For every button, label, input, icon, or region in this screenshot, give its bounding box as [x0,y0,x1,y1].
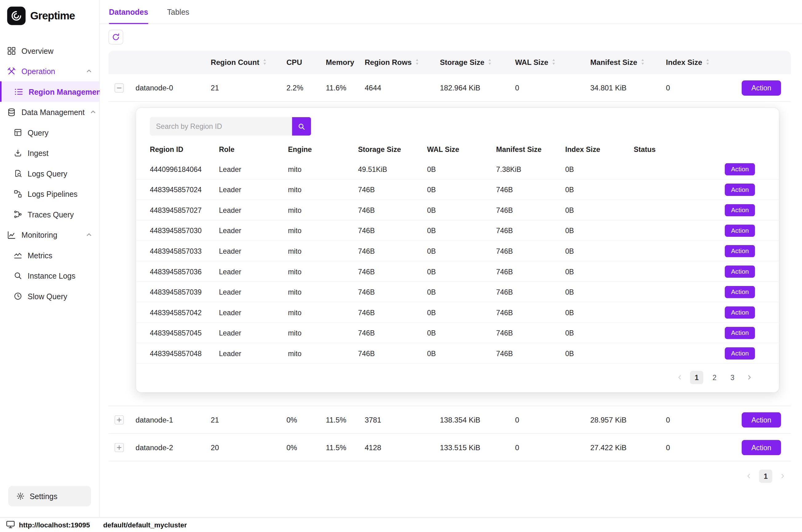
pagination-next-icon[interactable] [777,470,788,483]
pagination-page-3[interactable]: 3 [726,371,739,384]
sidebar-section-operation[interactable]: Operation [0,61,99,81]
collapse-row-button[interactable] [114,83,123,92]
datanode-action-button[interactable]: Action [742,440,781,455]
col-wal-size[interactable]: WAL Size [509,58,584,67]
datanode-name: datanode-2 [130,443,205,452]
datanode-name: datanode-0 [130,84,205,92]
greptime-logo-icon [7,7,25,25]
col-status: Status [634,145,695,153]
index-size: 0B [565,186,634,194]
storage-size: 746B [358,288,427,296]
tab-datanodes[interactable]: Datanodes [109,0,148,24]
sidebar-item-ingest[interactable]: Ingest [0,143,99,163]
region-action-button[interactable]: Action [725,265,755,278]
sidebar-item-query[interactable]: Query [0,122,99,143]
col-index-size[interactable]: Index Size [660,58,716,67]
pagination-page-1[interactable]: 1 [690,371,703,384]
pagination-page-1[interactable]: 1 [759,470,772,483]
col-manifest-size: Manifest Size [496,145,565,153]
sidebar-item-logs-pipelines[interactable]: Logs Pipelines [0,184,99,204]
table-icon [13,128,22,137]
storage-size: 49.51KiB [358,165,427,173]
tab-tables[interactable]: Tables [167,0,189,24]
sidebar-item-traces-query[interactable]: Traces Query [0,204,99,225]
server-url[interactable]: http://localhost:19095 [19,521,90,529]
clock-icon [13,292,22,301]
sidebar-section-label: Monitoring [21,230,58,239]
manifest-size: 746B [496,186,565,194]
pagination-prev-icon[interactable] [674,371,685,384]
region-action-button[interactable]: Action [725,204,755,216]
col-storage-size: Storage Size [358,145,427,153]
col-region-count[interactable]: Region Count [205,58,280,67]
sidebar-item-instance-logs[interactable]: Instance Logs [0,265,99,286]
manifest-size: 746B [496,206,565,214]
minus-icon [116,85,121,90]
wal-size: 0 [509,84,584,92]
expand-row-button[interactable] [114,443,123,452]
cpu: 2.2% [280,84,320,92]
region-action-button[interactable]: Action [725,183,755,195]
region-pagination: 1 2 3 [136,371,755,384]
datanode-action-button[interactable]: Action [742,412,781,428]
sidebar-item-overview[interactable]: Overview [0,40,99,61]
datanode-row: datanode-1 21 0% 11.5% 3781 138.354 KiB … [109,406,791,434]
sidebar-item-logs-query[interactable]: Logs Query [0,163,99,184]
wal-size: 0B [427,308,496,317]
wal-size: 0B [427,288,496,296]
region-action-button[interactable]: Action [725,245,755,257]
expand-row-button[interactable] [114,415,123,424]
sort-icon[interactable] [551,58,556,67]
sidebar-section-data-management[interactable]: Data Management [0,102,99,122]
pagination-prev-icon[interactable] [743,470,755,483]
region-action-button[interactable]: Action [725,286,755,298]
manifest-size: 746B [496,226,565,235]
region-search-input[interactable] [150,117,292,136]
sort-icon[interactable] [705,58,710,67]
sidebar-item-label: Overview [21,46,54,55]
grid-icon [7,46,16,55]
sidebar: Greptime Overview Operation Region Manag… [0,0,100,517]
region-action-button[interactable]: Action [725,347,755,360]
col-storage-size[interactable]: Storage Size [434,58,509,67]
col-label: WAL Size [515,58,548,67]
region-action-button[interactable]: Action [725,327,755,339]
refresh-button[interactable] [109,30,123,44]
col-region-rows[interactable]: Region Rows [359,58,434,67]
col-label: Storage Size [440,58,484,67]
wal-size: 0B [427,226,496,235]
engine: mito [288,349,358,357]
storage-size: 746B [358,247,427,255]
region-action-button[interactable]: Action [725,306,755,318]
col-manifest-size[interactable]: Manifest Size [584,58,660,67]
index-size: 0B [565,247,634,255]
role: Leader [219,288,288,296]
cpu: 0% [280,415,320,424]
index-size: 0B [565,288,634,296]
sidebar-item-metrics[interactable]: Metrics [0,245,99,266]
sidebar-item-region-management[interactable]: Region Management [0,81,99,102]
sort-icon[interactable] [415,58,419,67]
region-action-button[interactable]: Action [725,224,755,236]
sidebar-item-slow-query[interactable]: Slow Query [0,286,99,307]
cluster-name[interactable]: default/default_mycluster [103,521,187,529]
sidebar-section-monitoring[interactable]: Monitoring [0,225,99,245]
pagination-page-2[interactable]: 2 [708,371,721,384]
datanode-action-button[interactable]: Action [742,80,781,95]
branch-icon [13,210,22,218]
region-action-button[interactable]: Action [725,163,755,175]
engine: mito [288,247,358,255]
settings-button[interactable]: Settings [8,486,91,507]
sort-icon[interactable] [488,58,492,67]
pagination-next-icon[interactable] [744,371,755,384]
search-button[interactable] [292,117,311,136]
manifest-size: 28.957 KiB [584,415,660,424]
sort-icon[interactable] [640,58,645,67]
role: Leader [219,226,288,235]
storage-size: 182.964 KiB [434,84,509,92]
engine: mito [288,206,358,214]
wal-size: 0 [509,415,584,424]
region-row: 4483945857048 Leader mito 746B 0B 746B 0… [136,343,779,364]
sort-icon[interactable] [262,58,267,67]
region-id: 4483945857024 [150,186,219,194]
